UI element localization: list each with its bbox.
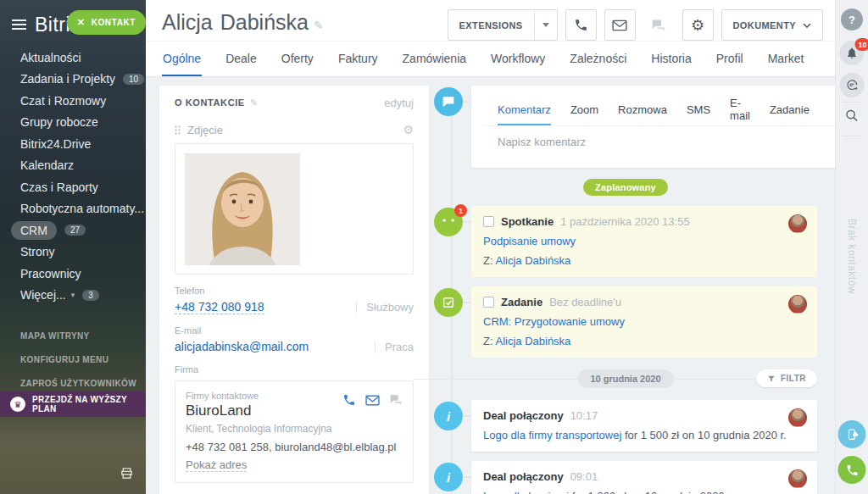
entry-contact-link[interactable]: Alicja Dabińska <box>495 335 570 347</box>
chat-lines-icon <box>846 79 859 92</box>
sidebar-item-czas-raporty[interactable]: Czas i Raporty <box>0 176 146 198</box>
timeline-row-deal: i Deal połączony 09:01 Logo dla kawiarni… <box>434 461 817 494</box>
timeline-row-deal: i Deal połączony 10:17 Logo dla firmy tr… <box>434 400 817 452</box>
invite-users-link[interactable]: ZAPROŚ UŻYTKOWNIKÓW <box>20 379 136 388</box>
comment-composer-card: Komentarz Zoom Rozmowa SMS E-mail Zadani… <box>471 86 835 168</box>
messenger-button[interactable] <box>840 73 865 97</box>
contact-photo[interactable] <box>185 153 300 265</box>
sidebar-item-zadania[interactable]: Zadania i Projekty10 <box>0 69 146 91</box>
checkbox[interactable] <box>483 216 494 227</box>
comment-bubble-icon <box>434 87 463 116</box>
configure-menu-link[interactable]: KONFIGURUJ MENU <box>20 355 108 364</box>
sidebar-item-grupy[interactable]: Grupy robocze <box>0 112 146 134</box>
edit-name-icon[interactable]: ✎ <box>314 19 324 32</box>
filter-button[interactable]: FILTR <box>756 369 817 387</box>
kontakt-button[interactable]: ✕ KONTAKT <box>67 10 146 35</box>
sidebar-item-drive[interactable]: Bitrix24.Drive <box>0 133 146 155</box>
composer-tab-zadanie[interactable]: Zadanie <box>770 95 810 125</box>
sidebar-item-strony[interactable]: Strony <box>0 241 146 264</box>
phone-handset-icon <box>845 463 859 477</box>
dokumenty-button[interactable]: DOKUMENTY <box>721 9 824 41</box>
composer-tab-email[interactable]: E-mail <box>730 95 750 125</box>
company-description: Klient, Technologia Informacyjna <box>186 423 403 435</box>
edit-section-icon[interactable]: ✎ <box>250 97 259 108</box>
deal-link[interactable]: Logo dla kawiarni <box>483 490 569 494</box>
tab-zamowienia[interactable]: Zamówienia <box>402 42 467 76</box>
sidebar-item-aktualnosci[interactable]: Aktualności <box>0 47 146 69</box>
page-title: AlicjaDabińska✎ <box>162 10 324 35</box>
deal-details: for 1 200 zł on 10 grudnia 2020 r. <box>569 490 733 494</box>
hamburger-menu-icon[interactable] <box>12 19 26 30</box>
composer-tab-rozmowa[interactable]: Rozmowa <box>618 95 667 125</box>
search-button[interactable] <box>845 108 860 123</box>
timeline-card-task: Zadanie Bez deadline'u CRM: Przygotowani… <box>471 286 817 358</box>
sidebar-item-kalendarz[interactable]: Kalendarz <box>0 155 146 177</box>
tab-zaleznosci[interactable]: Zależności <box>569 42 627 76</box>
phone-icon[interactable] <box>342 393 356 410</box>
call-button[interactable] <box>565 9 597 41</box>
gear-icon[interactable]: ⚙ <box>403 123 414 136</box>
sidebar-item-pracownicy[interactable]: Pracownicy <box>0 263 146 285</box>
upgrade-plan-banner[interactable]: ♛ PRZEJDŹ NA WYŻSZY PLAN <box>0 391 146 417</box>
call-widget-button[interactable] <box>838 456 866 484</box>
tab-oferty[interactable]: Oferty <box>281 42 314 76</box>
avatar[interactable] <box>788 469 807 488</box>
composer-tab-sms[interactable]: SMS <box>687 95 710 125</box>
phone-value-link[interactable]: +48 732 080 918 <box>175 300 264 314</box>
checkbox[interactable] <box>483 297 494 308</box>
sidebar-item-crm[interactable]: CRM27 <box>0 219 146 241</box>
avatar[interactable] <box>788 214 807 233</box>
notifications-button[interactable]: 10 <box>840 41 865 65</box>
entry-contact-link[interactable]: Alicja Dabińska <box>495 254 570 267</box>
sitemap-link[interactable]: MAPA WITRYNY <box>20 331 90 341</box>
connect-device-button[interactable] <box>838 420 866 448</box>
help-button[interactable]: ? <box>841 8 863 31</box>
tab-market[interactable]: Market <box>767 42 805 76</box>
chevron-down-icon <box>542 23 549 27</box>
avatar[interactable] <box>788 295 807 314</box>
sidebar-item-automatyzacja[interactable]: Robotyczna automaty...beta <box>0 198 146 220</box>
phone-type[interactable]: Służbowy <box>356 301 414 314</box>
entry-title-link[interactable]: CRM: Przygotowanie umowy <box>483 315 625 328</box>
search-icon <box>845 108 860 123</box>
deal-link[interactable]: Logo dla firmy transportowej <box>483 429 621 441</box>
entry-time: 09:01 <box>570 470 598 483</box>
tab-profil[interactable]: Profil <box>715 42 744 76</box>
entry-with-prefix: Z: <box>483 335 493 347</box>
sidebar-menu: Aktualności Zadania i Projekty10 Czat i … <box>0 47 146 306</box>
composer-tab-komentarz[interactable]: Komentarz <box>498 95 551 125</box>
comment-input[interactable] <box>483 126 835 158</box>
planned-separator: Zaplanowany <box>434 179 817 196</box>
show-address-link[interactable]: Pokaż adres <box>186 458 247 472</box>
avatar[interactable] <box>788 408 807 427</box>
header-actions: EXTENSIONS ⚙ DOKUMENTY <box>448 9 823 41</box>
drag-handle-icon[interactable] <box>175 125 181 135</box>
email-type[interactable]: Praca <box>375 341 414 353</box>
about-contact-card: O KONTAKCIE✎ edytuj Zdjęcie ⚙ <box>159 86 429 494</box>
extensions-dropdown[interactable] <box>534 10 557 40</box>
chat-button-disabled[interactable] <box>643 9 675 41</box>
page-header: AlicjaDabińska✎ EXTENSIONS ⚙ <box>146 0 835 77</box>
chevron-down-icon <box>803 23 811 28</box>
tab-deale[interactable]: Deale <box>225 42 258 76</box>
edytuj-link[interactable]: edytuj <box>384 97 414 109</box>
tab-workflowy[interactable]: Workflowy <box>490 42 546 76</box>
chat-icon[interactable] <box>389 394 403 409</box>
notification-count-badge: 10 <box>854 38 868 51</box>
collapsed-panel-label[interactable]: Brak kontaktów <box>846 219 858 294</box>
email-value-link[interactable]: alicjadabinska@mail.com <box>175 340 309 353</box>
tab-ogolne[interactable]: Ogólne <box>162 42 202 76</box>
entry-title-link[interactable]: Podpisanie umowy <box>483 235 576 247</box>
tab-historia[interactable]: Historia <box>650 42 692 76</box>
info-glyph: i <box>447 409 450 424</box>
sidebar-item-czat[interactable]: Czat i Rozmowy <box>0 90 146 112</box>
extensions-button[interactable]: EXTENSIONS <box>448 9 558 41</box>
tab-faktury[interactable]: Faktury <box>337 42 379 76</box>
settings-button[interactable]: ⚙ <box>682 9 714 41</box>
email-button[interactable] <box>604 9 636 41</box>
sidebar-item-wiecej[interactable]: Więcej...▾3 <box>0 285 146 307</box>
envelope-icon[interactable] <box>365 394 380 409</box>
composer-tab-zoom[interactable]: Zoom <box>570 95 598 125</box>
planned-badge: Zaplanowany <box>583 179 668 196</box>
printer-icon[interactable] <box>120 466 134 484</box>
